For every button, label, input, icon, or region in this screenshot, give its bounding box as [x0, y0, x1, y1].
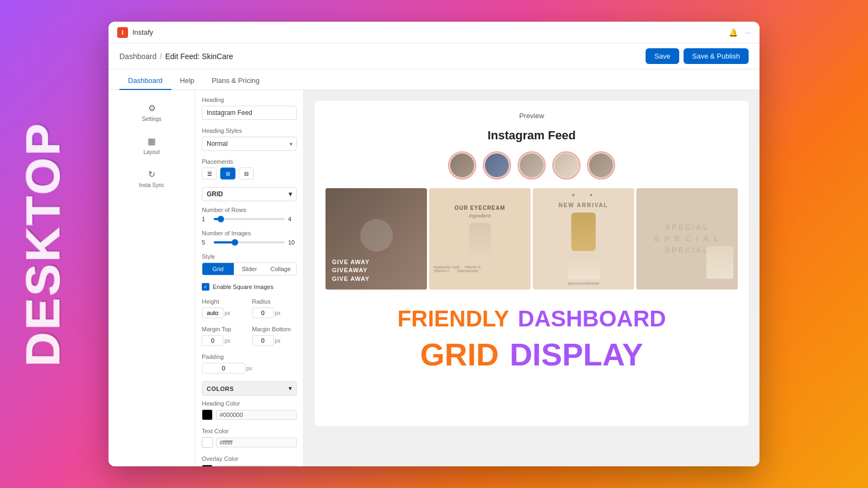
square-images-checkbox[interactable]: ✓ — [202, 283, 209, 291]
promo-section: FRIENDLY DASHBOARD GRID DISPLAY — [326, 290, 738, 389]
top-nav: Dashboard / Edit Feed: SkinCare Save Sav… — [108, 43, 760, 69]
images-group: Number of Images 5 10 — [202, 230, 297, 246]
colors-group: COLORS ▾ Heading Color #000000 Text Colo… — [202, 381, 297, 466]
more-icon[interactable]: ··· — [744, 28, 751, 37]
promo-grid: GRID — [420, 336, 499, 373]
placements-label: Placements — [202, 158, 297, 165]
sidebar-sync-label: Insta Sync — [139, 182, 164, 188]
sidebar-item-settings[interactable]: ⚙ Settings — [113, 97, 190, 127]
style-collage-btn[interactable]: Collage — [265, 263, 296, 275]
text-color-swatch[interactable] — [202, 437, 213, 448]
height-label: Height — [202, 298, 247, 305]
placement-grid-btn[interactable]: ⊞ — [220, 168, 235, 179]
placement-masonry-btn[interactable]: ⊟ — [239, 168, 254, 179]
sidebar-item-layout[interactable]: ▦ Layout — [113, 130, 190, 160]
bell-icon[interactable]: 🔔 — [729, 28, 738, 37]
images-track — [214, 241, 285, 243]
eyecream-ingredients: Hyaluronic acid Vitamin E Vitamin C Niac… — [433, 265, 526, 273]
grid-item-eyecream[interactable]: OUR EYECREAM Ingredient Hyaluronic acid … — [429, 188, 531, 290]
padding-label: Padding — [202, 354, 297, 360]
margin-bottom-item: Margin Bottom px — [252, 326, 297, 346]
overlay-color-row: #000000 — [202, 465, 297, 466]
grid-item-arrival[interactable]: ✦ ✦ NEW ARRIVAL @yoursocialmedia — [533, 188, 634, 290]
eyecream-main-title: OUR EYECREAM — [455, 205, 506, 211]
sync-icon: ↻ — [146, 168, 158, 180]
margin-top-label: Margin Top — [202, 326, 247, 332]
rows-slider-row: 1 4 — [202, 216, 297, 222]
top-nav-actions: Save Save & Publish — [646, 48, 749, 64]
images-min-val: 5 — [202, 239, 210, 246]
breadcrumb-root[interactable]: Dashboard — [119, 52, 157, 61]
grid-item-special[interactable]: SPECIALS P E C I A LSPECIAL — [636, 188, 738, 290]
app-icon: I — [117, 27, 128, 38]
preview-panel: Preview Instagram Feed — [315, 101, 749, 426]
heading-color-label: Heading Color — [202, 400, 297, 407]
margin-bottom-label: Margin Bottom — [252, 326, 297, 332]
style-group: Style Grid Slider Collage — [202, 253, 297, 275]
overlay-color-hex[interactable]: #000000 — [216, 465, 297, 466]
controls-panel: Heading Heading Styles Normal Bold Itali… — [195, 90, 304, 466]
sidebar-item-insta-sync[interactable]: ↻ Insta Sync — [113, 163, 190, 194]
margin-group: Margin Top px Margin Bottom px — [202, 326, 297, 346]
heading-styles-group: Heading Styles Normal Bold Italic — [202, 127, 297, 151]
margin-bottom-input[interactable] — [252, 335, 274, 346]
heading-styles-select[interactable]: Normal Bold Italic — [202, 137, 297, 151]
text-color-label: Text Color — [202, 428, 297, 434]
height-radius-group: Height px Radius px — [202, 298, 297, 318]
breadcrumb-separator: / — [160, 52, 162, 61]
placement-list-btn[interactable]: ☰ — [202, 168, 217, 179]
save-button[interactable]: Save — [646, 48, 679, 64]
height-input[interactable] — [202, 307, 224, 318]
radius-input[interactable] — [252, 307, 274, 318]
tab-help[interactable]: Help — [171, 72, 203, 90]
grid-item-giveaway[interactable]: GIVE AWAYGIVEAWAYGIVE AWAY — [326, 188, 427, 290]
text-color-hex[interactable]: #ffffff — [216, 438, 297, 447]
save-publish-button[interactable]: Save & Publish — [684, 48, 749, 64]
overlay-color-swatch[interactable] — [202, 465, 213, 466]
app-window: I Instafy 🔔 ··· Dashboard / Edit Feed: S… — [108, 22, 760, 466]
giveaway-text: GIVE AWAYGIVEAWAYGIVE AWAY — [332, 258, 420, 283]
rows-track — [214, 218, 285, 220]
preview-area: Preview Instagram Feed — [304, 90, 760, 466]
images-max-val: 10 — [288, 239, 297, 246]
story-circle-2[interactable] — [483, 151, 511, 179]
radius-item: Radius px — [252, 298, 297, 318]
arrival-text: NEW ARRIVAL — [559, 202, 608, 208]
text-color-group: Text Color #ffffff — [202, 428, 297, 448]
images-label: Number of Images — [202, 230, 297, 236]
images-slider-row: 5 10 — [202, 239, 297, 246]
margin-top-input[interactable] — [202, 335, 224, 346]
colors-label: COLORS — [207, 386, 234, 392]
padding-input[interactable] — [202, 363, 245, 374]
placements-group: Placements ☰ ⊞ ⊟ — [202, 158, 297, 179]
title-bar: I Instafy 🔔 ··· — [108, 22, 760, 43]
radius-unit: px — [275, 310, 281, 316]
tab-dashboard[interactable]: Dashboard — [119, 72, 171, 90]
arrival-handle: @yoursocialmedia — [568, 281, 599, 285]
sidebar-settings-label: Settings — [142, 116, 161, 122]
sidebar: ⚙ Settings ▦ Layout ↻ Insta Sync — [108, 90, 195, 466]
style-slider-btn[interactable]: Slider — [234, 263, 265, 275]
breadcrumb-current: Edit Feed: SkinCare — [165, 52, 233, 61]
grid-dropdown[interactable]: GRID ▾ — [202, 187, 297, 201]
height-radius-row: Height px Radius px — [202, 298, 297, 318]
heading-color-swatch[interactable] — [202, 409, 213, 420]
story-circle-4[interactable] — [552, 151, 580, 179]
style-buttons: Grid Slider Collage — [202, 262, 297, 275]
margin-bottom-unit: px — [275, 338, 281, 344]
heading-color-hex[interactable]: #000000 — [216, 410, 297, 420]
story-circle-5[interactable] — [587, 151, 615, 179]
style-grid-btn[interactable]: Grid — [202, 263, 234, 275]
story-circle-1[interactable] — [448, 151, 476, 179]
padding-group: Padding px — [202, 354, 297, 374]
sidebar-layout-label: Layout — [143, 149, 159, 155]
arrival-title: ✦ ✦ — [571, 192, 595, 198]
heading-input[interactable] — [202, 106, 297, 120]
eyecream-product — [469, 223, 491, 261]
app-name: Instafy — [132, 28, 153, 36]
promo-dashboard: DASHBOARD — [518, 306, 666, 332]
colors-dropdown[interactable]: COLORS ▾ — [202, 381, 297, 396]
arrival-product — [571, 213, 596, 251]
story-circle-3[interactable] — [518, 151, 546, 179]
tab-plans[interactable]: Plans & Pricing — [203, 72, 268, 90]
